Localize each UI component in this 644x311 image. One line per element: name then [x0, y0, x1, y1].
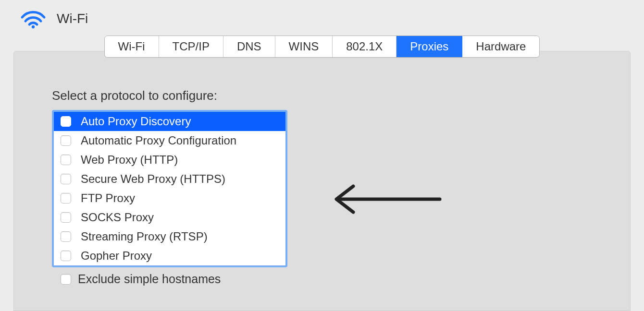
tab-dns[interactable]: DNS	[223, 36, 275, 57]
protocol-checkbox[interactable]	[61, 193, 71, 203]
tab-proxies[interactable]: Proxies	[396, 36, 462, 57]
tab-wins[interactable]: WINS	[275, 36, 333, 57]
content-area: Select a protocol to configure: Auto Pro…	[13, 61, 631, 311]
annotation-arrow-icon	[329, 182, 445, 218]
protocol-item-ftp[interactable]: FTP Proxy	[54, 189, 285, 208]
protocol-section-label: Select a protocol to configure:	[52, 88, 592, 103]
tab-hardware[interactable]: Hardware	[462, 36, 539, 57]
protocol-checkbox[interactable]	[61, 231, 71, 242]
svg-point-0	[32, 25, 35, 28]
tab-wifi[interactable]: Wi-Fi	[105, 36, 159, 57]
protocol-checkbox[interactable]	[61, 251, 71, 261]
protocol-label: SOCKS Proxy	[81, 211, 154, 224]
protocol-label: Secure Web Proxy (HTTPS)	[81, 172, 225, 186]
tab-8021x[interactable]: 802.1X	[333, 36, 396, 57]
protocol-checkbox[interactable]	[61, 212, 71, 223]
protocol-list[interactable]: Auto Proxy Discovery Automatic Proxy Con…	[52, 110, 287, 267]
protocol-checkbox[interactable]	[61, 155, 71, 165]
protocol-checkbox[interactable]	[61, 135, 71, 146]
protocol-label: FTP Proxy	[81, 191, 135, 205]
page-title: Wi-Fi	[57, 11, 88, 26]
protocol-item-http[interactable]: Web Proxy (HTTP)	[54, 150, 285, 169]
tab-bar: Wi-Fi TCP/IP DNS WINS 802.1X Proxies Har…	[0, 36, 644, 58]
protocol-checkbox[interactable]	[61, 174, 71, 184]
protocol-label: Automatic Proxy Configuration	[81, 134, 236, 147]
protocol-item-gopher[interactable]: Gopher Proxy	[54, 246, 285, 265]
protocol-label: Gopher Proxy	[81, 249, 152, 263]
exclude-hostnames-row[interactable]: Exclude simple hostnames	[52, 272, 592, 286]
protocol-label: Streaming Proxy (RTSP)	[81, 230, 208, 243]
protocol-checkbox[interactable]	[61, 116, 71, 127]
protocol-item-https[interactable]: Secure Web Proxy (HTTPS)	[54, 169, 285, 189]
exclude-checkbox[interactable]	[61, 274, 71, 285]
protocol-item-auto-discovery[interactable]: Auto Proxy Discovery	[54, 112, 285, 131]
protocol-item-rtsp[interactable]: Streaming Proxy (RTSP)	[54, 227, 285, 246]
header: Wi-Fi	[0, 0, 644, 34]
tab-tcpip[interactable]: TCP/IP	[159, 36, 223, 57]
wifi-icon	[19, 9, 47, 29]
protocol-item-auto-config[interactable]: Automatic Proxy Configuration	[54, 131, 285, 150]
protocol-item-socks[interactable]: SOCKS Proxy	[54, 208, 285, 227]
exclude-label: Exclude simple hostnames	[78, 272, 221, 286]
protocol-label: Auto Proxy Discovery	[81, 115, 191, 128]
protocol-label: Web Proxy (HTTP)	[81, 153, 178, 167]
